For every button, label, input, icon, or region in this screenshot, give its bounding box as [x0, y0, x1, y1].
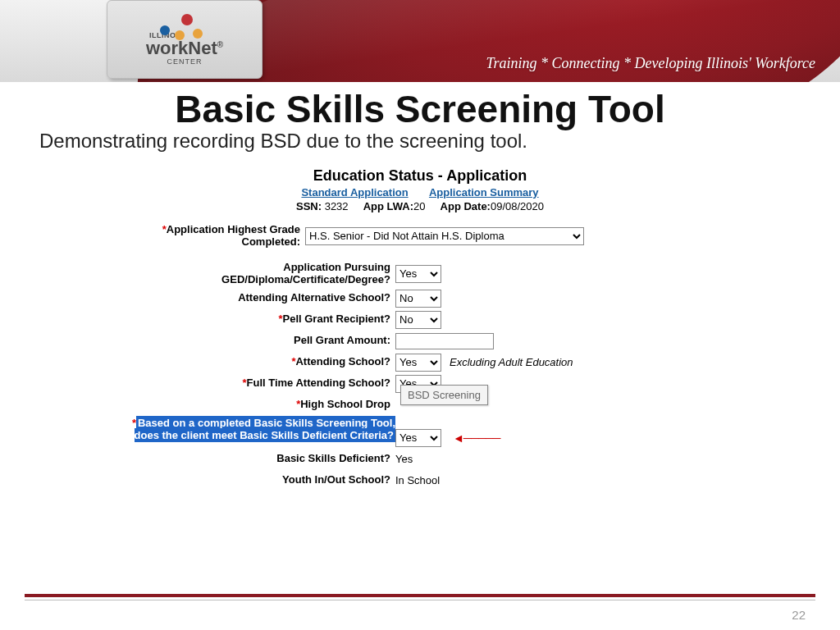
select-highest-grade[interactable]: H.S. Senior - Did Not Attain H.S. Diplom…: [305, 227, 584, 245]
value-bsd: Yes: [395, 453, 413, 465]
label-fulltime: *Full Time Attending School?: [125, 377, 395, 390]
label-youth: Youth In/Out School?: [125, 474, 395, 486]
link-standard-application[interactable]: Standard Application: [301, 186, 408, 199]
label-alt-school: Attending Alternative School?: [125, 292, 395, 304]
link-application-summary[interactable]: Application Summary: [429, 186, 539, 199]
arrow-indicator-icon: ◄─────: [453, 431, 500, 445]
banner-tagline: Training * Connecting * Developing Illin…: [486, 55, 815, 72]
label-pell-amount: Pell Grant Amount:: [125, 335, 395, 347]
label-pell: *Pell Grant Recipient?: [125, 313, 395, 326]
logo-card: ILLINOIS workNet® CENTER: [107, 0, 262, 79]
label-hs-drop: *High School Drop: [125, 399, 395, 411]
footer-divider: [25, 594, 815, 600]
input-pell-amount[interactable]: [395, 333, 494, 349]
form-grid: *Application Highest Grade Completed: H.…: [125, 224, 715, 490]
select-pell[interactable]: No: [395, 311, 441, 329]
page-subtitle: Demonstrating recording BSD due to the s…: [39, 130, 840, 153]
page-title: Basic Skills Screening Tool: [0, 87, 840, 131]
label-bsd: Basic Skills Deficient?: [125, 453, 395, 465]
note-excluding-adult-ed: Excluding Adult Education: [450, 356, 573, 368]
form-links: Standard Application Application Summary: [125, 186, 715, 199]
value-youth: In School: [395, 474, 440, 486]
label-bsd-criteria: *Based on a completed Basic Skills Scree…: [125, 418, 395, 442]
label-attending: *Attending School?: [125, 356, 395, 368]
select-bsd-criteria[interactable]: Yes: [395, 429, 441, 447]
form-meta: SSN: 3232 App LWA:20 App Date:09/08/2020: [125, 200, 715, 212]
form-panel: Education Status - Application Standard …: [125, 167, 715, 490]
form-title: Education Status - Application: [125, 167, 715, 185]
logo-dots-icon: [160, 14, 209, 39]
select-alt-school[interactable]: No: [395, 290, 441, 308]
label-pursuing: Application Pursuing GED/Diploma/Certifi…: [125, 262, 395, 286]
logo-subtext: CENTER: [167, 57, 202, 66]
select-pursuing[interactable]: Yes: [395, 265, 441, 283]
tooltip-bsd-screening: BSD Screening: [400, 385, 488, 405]
select-attending[interactable]: Yes: [395, 354, 441, 372]
header-banner: ILLINOIS workNet® CENTER Training * Conn…: [0, 0, 840, 82]
page-number: 22: [792, 608, 806, 622]
label-highest-grade: *Application Highest Grade Completed:: [125, 224, 305, 249]
